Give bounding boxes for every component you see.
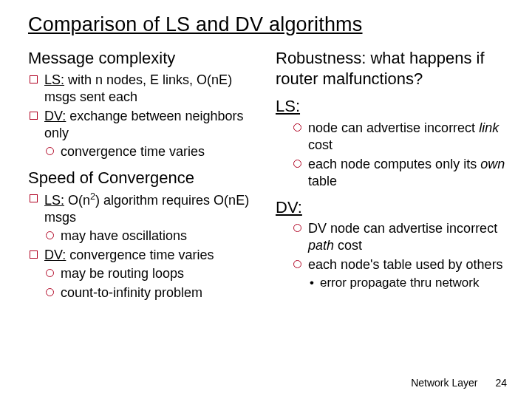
label-dv: DV:	[44, 109, 66, 123]
page-number: 24	[495, 377, 507, 389]
text: convergence time varies	[66, 248, 214, 262]
bullet-ls-complexity: LS: O(n2) algorithm requires O(nE) msgs …	[28, 191, 262, 245]
list-message-complexity: LS: with n nodes, E links, O(nE) msgs se…	[28, 72, 262, 160]
superscript: 2	[90, 191, 95, 202]
ls-block: node can advertise incorrect link cost e…	[276, 120, 510, 190]
text: each node computes only its	[308, 157, 480, 171]
text: cost	[334, 238, 362, 253]
text: cost	[308, 137, 332, 152]
heading-ls: LS:	[276, 96, 510, 117]
text: node can advertise incorrect	[308, 120, 479, 135]
subbullet-error-propagate: error propagate thru network	[308, 275, 510, 291]
text: exchange between neighbors only	[44, 109, 244, 140]
list-dv-robustness: DV node can advertise incorrect path cos…	[292, 220, 510, 291]
subbullet-count-to-infinity: count-to-infinity problem	[44, 284, 262, 301]
text: O(n	[64, 193, 90, 208]
heading-robustness: Robustness: what happens if router malfu…	[276, 48, 510, 89]
bullet-dv-exchange: DV: exchange between neighbors only conv…	[28, 108, 262, 160]
bullet-ls-incorrect-link: node can advertise incorrect link cost	[292, 120, 510, 154]
heading-speed-of-convergence: Speed of Convergence	[28, 168, 262, 188]
columns: Message complexity LS: with n nodes, E l…	[28, 41, 510, 307]
label-dv: DV:	[44, 248, 66, 262]
sublist: may have oscillations	[44, 228, 262, 245]
label-ls: LS:	[44, 193, 64, 208]
subbullet-oscillations: may have oscillations	[44, 228, 262, 245]
sublist: convergence time varies	[44, 143, 262, 160]
bullet-dv-convergence: DV: convergence time varies may be routi…	[28, 247, 262, 301]
text: each node's table used by others	[308, 257, 503, 272]
subbullet-convergence-varies: convergence time varies	[44, 143, 262, 160]
dv-block: DV node can advertise incorrect path cos…	[276, 220, 510, 291]
slide: Comparison of LS and DV algorithms Messa…	[0, 0, 532, 399]
list-speed: LS: O(n2) algorithm requires O(nE) msgs …	[28, 191, 262, 301]
text: table	[308, 174, 337, 188]
right-column: Robustness: what happens if router malfu…	[276, 41, 510, 307]
emph-link: link	[479, 120, 499, 135]
heading-dv: DV:	[276, 197, 510, 218]
sublist: error propagate thru network	[308, 275, 510, 291]
heading-message-complexity: Message complexity	[28, 48, 262, 69]
left-column: Message complexity LS: with n nodes, E l…	[28, 41, 262, 307]
slide-title: Comparison of LS and DV algorithms	[28, 13, 510, 36]
subbullet-routing-loops: may be routing loops	[44, 265, 262, 282]
bullet-ls-msgs: LS: with n nodes, E links, O(nE) msgs se…	[28, 72, 262, 106]
bullet-dv-incorrect-path: DV node can advertise incorrect path cos…	[292, 220, 510, 254]
emph-path: path	[308, 238, 334, 253]
text: with n nodes, E links, O(nE) msgs sent e…	[44, 72, 232, 104]
footer-label: Network Layer	[411, 377, 477, 389]
sublist: may be routing loops count-to-infinity p…	[44, 265, 262, 301]
footer: Network Layer 24	[411, 377, 507, 389]
bullet-dv-used-by-others: each node's table used by others error p…	[292, 256, 510, 291]
text: DV node can advertise incorrect	[308, 221, 497, 236]
emph-own: own	[480, 157, 505, 171]
label-ls: LS:	[44, 72, 64, 87]
bullet-ls-own-table: each node computes only its own table	[292, 156, 510, 190]
list-ls-robustness: node can advertise incorrect link cost e…	[292, 120, 510, 190]
